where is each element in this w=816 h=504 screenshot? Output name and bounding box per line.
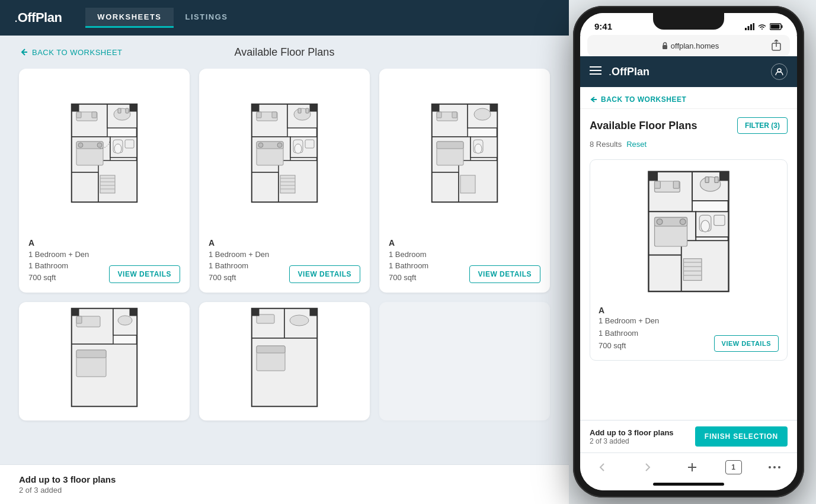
back-to-worksheet-link[interactable]: BACK TO WORKSHEET: [19, 47, 123, 57]
signal-icon: [745, 23, 754, 30]
floor-plan-footer-2: A 1 Bedroom + Den 1 Bathroom 700 sqft VI…: [209, 238, 360, 284]
svg-rect-100: [663, 45, 667, 49]
view-details-btn-3[interactable]: VIEW DETAILS: [469, 265, 540, 283]
svg-point-42: [258, 143, 263, 147]
lock-icon: [662, 42, 668, 49]
svg-point-15: [78, 143, 83, 147]
view-details-btn-2[interactable]: VIEW DETAILS: [289, 265, 360, 283]
svg-rect-52: [252, 104, 259, 111]
nav-worksheets[interactable]: WORKSHEETS: [85, 8, 173, 28]
svg-rect-71: [490, 104, 497, 111]
svg-rect-70: [432, 104, 439, 111]
svg-point-121: [657, 219, 663, 225]
floor-plan-info-1: A 1 Bedroom + Den 1 Bathroom 700 sqft: [28, 238, 89, 284]
add-tab-btn[interactable]: [680, 458, 704, 477]
svg-rect-63: [452, 112, 457, 118]
floor-plan-bedroom-2: 1 Bedroom + Den: [209, 249, 269, 261]
floor-plan-card-5: [199, 302, 370, 420]
phone-added-text: 2 of 3 added: [590, 437, 674, 445]
floor-plan-bathroom-1: 1 Bathroom: [28, 260, 89, 272]
phone-back-section: BACK TO WORKSHEET: [580, 87, 797, 109]
back-arrow-icon: [19, 47, 28, 57]
phone-card-sqft: 700 sqft: [599, 340, 659, 352]
floorplan-drawing-2: [246, 101, 323, 208]
svg-rect-81: [72, 309, 79, 316]
floor-plan-footer-3: A 1 Bedroom 1 Bathroom 700 sqft VIEW DET…: [389, 238, 540, 284]
hamburger-icon[interactable]: [590, 66, 601, 78]
phone-page-header: Available Floor Plans FILTER (3): [580, 109, 797, 140]
svg-point-64: [474, 108, 491, 120]
svg-rect-95: [750, 24, 752, 30]
added-text: 2 of 3 added: [19, 486, 550, 495]
phone-content: BACK TO WORKSHEET Available Floor Plans …: [580, 87, 797, 420]
back-btn[interactable]: [591, 458, 615, 477]
svg-point-136: [773, 466, 776, 468]
floor-plan-image-3: [389, 78, 540, 231]
phone-floorplan-drawing: [629, 168, 748, 298]
more-btn[interactable]: [763, 458, 786, 477]
nav-listings[interactable]: LISTINGS: [174, 8, 240, 28]
svg-point-135: [769, 466, 771, 468]
phone-back-link[interactable]: BACK TO WORKSHEET: [590, 95, 788, 104]
svg-rect-36: [272, 112, 277, 118]
svg-point-43: [277, 143, 282, 147]
svg-rect-35: [257, 112, 261, 118]
desktop-header: BACK TO WORKSHEET Available Floor Plans: [0, 36, 569, 69]
svg-point-124: [701, 220, 710, 232]
phone-back-arrow-icon: [590, 96, 598, 103]
share-icon[interactable]: [771, 40, 782, 52]
phone-logo: .OffPlan: [609, 66, 649, 78]
svg-rect-125: [714, 215, 725, 225]
floor-plan-image-2: [209, 78, 360, 231]
phone-view-details-btn[interactable]: VIEW DETAILS: [714, 335, 779, 352]
floor-plan-image-5: [209, 312, 360, 406]
phone-home-indicator: [580, 479, 797, 490]
svg-rect-91: [252, 309, 259, 316]
phone-notch: [653, 13, 724, 30]
user-icon[interactable]: [771, 63, 788, 80]
svg-rect-99: [771, 24, 780, 28]
floorplan-drawing-3: [426, 101, 503, 208]
svg-rect-69: [460, 175, 475, 193]
floor-plan-label-2: A: [209, 238, 269, 248]
url-text: offplan.homes: [671, 41, 719, 50]
filter-button[interactable]: FILTER (3): [737, 117, 788, 134]
tab-count-btn[interactable]: 1: [725, 460, 742, 474]
floor-plan-label-1: A: [28, 238, 89, 248]
floor-plan-card-2: A 1 Bedroom + Den 1 Bathroom 700 sqft VI…: [199, 69, 370, 293]
floor-plan-sqft-2: 700 sqft: [209, 272, 269, 284]
svg-rect-118: [715, 177, 718, 183]
wifi-icon: [757, 23, 767, 30]
forward-btn[interactable]: [635, 458, 659, 477]
reset-link[interactable]: Reset: [626, 140, 647, 149]
svg-rect-66: [437, 142, 463, 149]
svg-point-68: [475, 144, 482, 153]
floor-plan-info-3: A 1 Bedroom 1 Bathroom 700 sqft: [389, 238, 428, 284]
svg-point-88: [290, 315, 309, 326]
svg-point-78: [118, 316, 132, 325]
phone-card-label: A: [599, 306, 659, 315]
svg-rect-114: [655, 181, 661, 188]
svg-rect-19: [125, 140, 134, 148]
svg-rect-9: [92, 112, 97, 118]
phone-bottom-left: Add up to 3 floor plans 2 of 3 added: [590, 428, 674, 445]
floor-plans-grid: A 1 Bedroom + Den 1 Bathroom 700 sqft VI…: [0, 69, 569, 464]
svg-rect-26: [130, 104, 137, 111]
desktop-nav: .OffPlan WORKSHEETS LISTINGS: [0, 0, 569, 36]
svg-rect-38: [298, 108, 301, 113]
svg-point-18: [114, 144, 121, 153]
phone-page-title: Available Floor Plans: [590, 120, 697, 132]
view-details-btn-1[interactable]: VIEW DETAILS: [109, 265, 180, 283]
svg-rect-39: [306, 108, 309, 113]
add-text: Add up to 3 floor plans: [19, 474, 550, 484]
phone-browser-bar: offplan.homes: [587, 35, 790, 56]
svg-rect-94: [748, 26, 750, 30]
phone-results-row: 8 Results Reset: [580, 140, 797, 155]
phone-time: 9:41: [594, 21, 612, 31]
svg-rect-80: [76, 350, 106, 358]
phone-toolbar: 1: [580, 452, 797, 479]
phone-nav: .OffPlan: [580, 56, 797, 87]
floor-plan-card-3: A 1 Bedroom 1 Bathroom 700 sqft VIEW DET…: [379, 69, 550, 293]
finish-selection-btn[interactable]: FINISH SELECTION: [695, 426, 788, 447]
svg-rect-90: [257, 346, 285, 353]
